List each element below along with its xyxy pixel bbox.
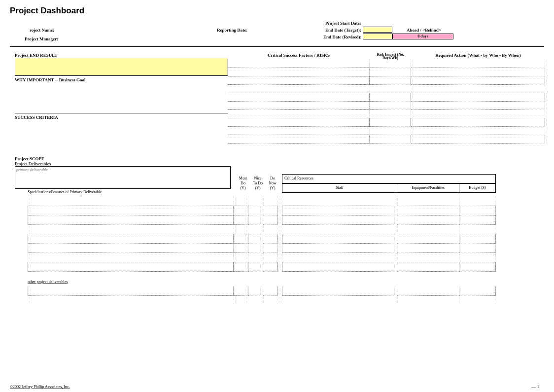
risk-row[interactable] (370, 93, 411, 102)
nice-cell[interactable] (248, 234, 263, 244)
now-cell[interactable] (263, 253, 278, 262)
now-cell[interactable] (263, 225, 278, 234)
spec-cell[interactable] (28, 225, 234, 234)
nice-cell[interactable] (248, 206, 263, 215)
equip-cell[interactable] (397, 206, 459, 215)
must-cell[interactable] (234, 215, 248, 225)
staff-cell[interactable] (282, 244, 397, 253)
nice-cell[interactable] (248, 262, 263, 272)
action-row[interactable] (411, 127, 545, 135)
now-cell[interactable] (263, 262, 278, 272)
action-row[interactable] (411, 110, 545, 118)
equip-cell[interactable] (397, 215, 459, 225)
equip-cell[interactable] (397, 286, 459, 296)
equip-cell[interactable] (397, 197, 459, 206)
must-cell[interactable] (234, 296, 248, 303)
staff-cell[interactable] (282, 225, 397, 234)
staff-cell[interactable] (282, 197, 397, 206)
staff-cell[interactable] (282, 215, 397, 225)
action-row[interactable] (411, 135, 545, 143)
must-cell[interactable] (234, 286, 248, 296)
nice-cell[interactable] (248, 286, 263, 296)
must-cell[interactable] (234, 225, 248, 234)
now-cell[interactable] (263, 206, 278, 215)
risk-row[interactable] (370, 127, 411, 135)
equip-cell[interactable] (397, 262, 459, 272)
spec-cell[interactable] (28, 197, 234, 206)
risk-row[interactable] (370, 85, 411, 93)
must-cell[interactable] (234, 262, 248, 272)
action-row[interactable] (411, 102, 545, 110)
equip-cell[interactable] (397, 234, 459, 244)
must-cell[interactable] (234, 197, 248, 206)
spec-cell[interactable] (28, 244, 234, 253)
spec-cell[interactable] (28, 206, 234, 215)
spec-cell[interactable] (28, 215, 234, 225)
budget-cell[interactable] (459, 286, 496, 296)
budget-cell[interactable] (459, 197, 496, 206)
budget-cell[interactable] (459, 206, 496, 215)
field-end-date-revised[interactable] (363, 34, 392, 39)
budget-cell[interactable] (459, 262, 496, 272)
now-cell[interactable] (263, 286, 278, 296)
nice-cell[interactable] (248, 253, 263, 262)
action-row[interactable] (411, 68, 545, 76)
now-cell[interactable] (263, 296, 278, 303)
action-row[interactable] (411, 76, 545, 85)
risk-row[interactable] (370, 110, 411, 118)
now-cell[interactable] (263, 234, 278, 244)
other-cell[interactable] (28, 286, 234, 296)
csf-row[interactable] (228, 102, 370, 110)
budget-cell[interactable] (459, 244, 496, 253)
equip-cell[interactable] (397, 225, 459, 234)
nice-cell[interactable] (248, 215, 263, 225)
risk-row[interactable] (370, 102, 411, 110)
action-row[interactable] (411, 60, 545, 68)
other-cell[interactable] (28, 296, 234, 303)
nice-cell[interactable] (248, 197, 263, 206)
now-cell[interactable] (263, 215, 278, 225)
csf-row[interactable] (228, 110, 370, 118)
staff-cell[interactable] (282, 286, 397, 296)
csf-row[interactable] (228, 127, 370, 135)
risk-row[interactable] (370, 68, 411, 76)
budget-cell[interactable] (459, 225, 496, 234)
must-cell[interactable] (234, 206, 248, 215)
must-cell[interactable] (234, 253, 248, 262)
equip-cell[interactable] (397, 296, 459, 303)
nice-cell[interactable] (248, 225, 263, 234)
csf-row[interactable] (228, 135, 370, 143)
staff-cell[interactable] (282, 262, 397, 272)
csf-row[interactable] (228, 76, 370, 85)
now-cell[interactable] (263, 197, 278, 206)
spec-cell[interactable] (28, 234, 234, 244)
csf-row[interactable] (228, 118, 370, 127)
equip-cell[interactable] (397, 253, 459, 262)
spec-cell[interactable] (28, 262, 234, 272)
nice-cell[interactable] (248, 296, 263, 303)
field-end-date-target[interactable] (363, 27, 392, 33)
staff-cell[interactable] (282, 206, 397, 215)
staff-cell[interactable] (282, 253, 397, 262)
action-row[interactable] (411, 85, 545, 93)
equip-cell[interactable] (397, 244, 459, 253)
field-end-result[interactable] (15, 58, 228, 75)
must-cell[interactable] (234, 244, 248, 253)
now-cell[interactable] (263, 244, 278, 253)
csf-row[interactable] (228, 68, 370, 76)
risk-row[interactable] (370, 60, 411, 68)
budget-cell[interactable] (459, 253, 496, 262)
risk-row[interactable] (370, 135, 411, 143)
budget-cell[interactable] (459, 296, 496, 303)
risk-row[interactable] (370, 118, 411, 127)
budget-cell[interactable] (459, 234, 496, 244)
staff-cell[interactable] (282, 296, 397, 303)
budget-cell[interactable] (459, 215, 496, 225)
csf-row[interactable] (228, 85, 370, 93)
staff-cell[interactable] (282, 234, 397, 244)
nice-cell[interactable] (248, 244, 263, 253)
action-row[interactable] (411, 118, 545, 127)
csf-row[interactable] (228, 60, 370, 68)
spec-cell[interactable] (28, 253, 234, 262)
csf-row[interactable] (228, 93, 370, 102)
